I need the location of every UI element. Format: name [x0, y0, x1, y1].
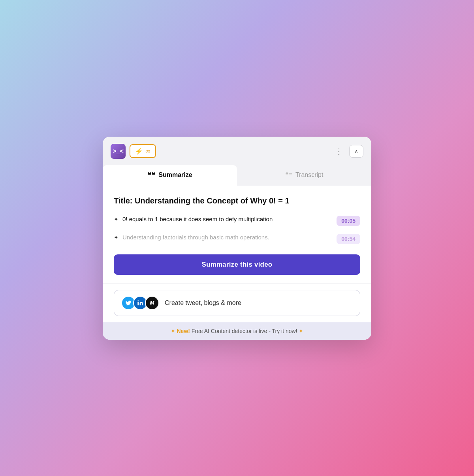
bullet-text-2: Understanding factorials through basic m…	[122, 233, 269, 242]
bullet-text-1: 0! equals to 1 because it does seem to d…	[122, 215, 273, 224]
card-header: >_< ⚡ ∞ ⋮ ∧	[103, 137, 371, 159]
transcript-tab-label: Transcript	[295, 171, 324, 179]
more-options-button[interactable]: ⋮	[333, 145, 345, 158]
sparkle-left-icon: ✦	[171, 328, 175, 334]
timestamp-badge-1[interactable]: 00:05	[337, 216, 360, 226]
bullet-content-1: ✦ 0! equals to 1 because it does seem to…	[114, 215, 330, 224]
timestamp-badge-2[interactable]: 00:54	[337, 234, 360, 244]
main-card: >_< ⚡ ∞ ⋮ ∧ ❝❝ Summarize ❝≡ Transcript T…	[103, 137, 371, 340]
bullet-content-2: ✦ Understanding factorials through basic…	[114, 233, 330, 242]
footer-message: Free AI Content detector is live - Try i…	[192, 328, 299, 334]
medium-icon: M	[145, 296, 159, 310]
diamond-icon-1: ✦	[114, 216, 118, 222]
collapse-button[interactable]: ∧	[349, 145, 363, 158]
app-logo: >_<	[111, 144, 126, 159]
social-icons-group: M	[121, 296, 159, 310]
tab-transcript[interactable]: ❝≡ Transcript	[237, 165, 371, 186]
infinity-icon: ∞	[145, 147, 150, 155]
summarize-button[interactable]: Summarize this video	[114, 254, 360, 275]
quote-icon: ❝❝	[147, 171, 155, 179]
svg-point-0	[137, 300, 139, 301]
video-title: Title: Understanding the Concept of Why …	[114, 195, 360, 206]
power-badge: ⚡ ∞	[130, 144, 156, 158]
bullet-item-2: ✦ Understanding factorials through basic…	[114, 233, 360, 244]
bolt-icon: ⚡	[135, 147, 143, 155]
header-left: >_< ⚡ ∞	[111, 144, 156, 159]
summarize-tab-label: Summarize	[158, 171, 192, 179]
create-label: Create tweet, blogs & more	[165, 299, 241, 307]
bullet-item-1: ✦ 0! equals to 1 because it does seem to…	[114, 215, 360, 226]
create-box[interactable]: M Create tweet, blogs & more	[114, 290, 360, 316]
transcript-icon: ❝≡	[285, 171, 292, 179]
footer-banner: ✦ New! Free AI Content detector is live …	[103, 322, 371, 340]
tabs-container: ❝❝ Summarize ❝≡ Transcript	[103, 165, 371, 186]
header-right: ⋮ ∧	[333, 145, 363, 158]
card-body: Title: Understanding the Concept of Why …	[103, 186, 371, 283]
tab-summarize[interactable]: ❝❝ Summarize	[103, 165, 237, 186]
diamond-icon-2: ✦	[114, 234, 118, 241]
sparkle-right-icon: ✦	[299, 328, 303, 334]
create-section: M Create tweet, blogs & more	[103, 284, 371, 322]
new-badge: New!	[177, 328, 190, 334]
bullet-list: ✦ 0! equals to 1 because it does seem to…	[114, 215, 360, 244]
